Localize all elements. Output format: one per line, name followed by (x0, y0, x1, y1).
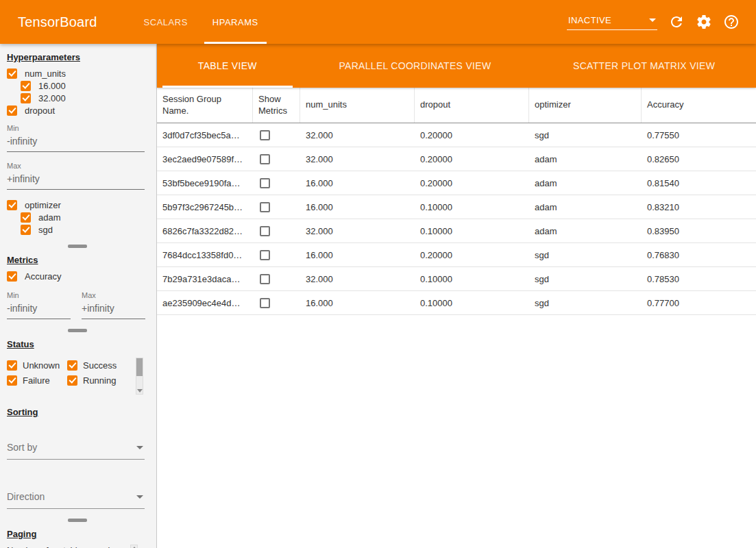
metric-max-label: Max (82, 291, 145, 299)
tab-table-view[interactable]: TABLE VIEW (157, 44, 298, 88)
checkbox-optimizer-sgd[interactable]: sgd (21, 224, 148, 235)
checkbox-icon (7, 375, 17, 386)
col-dropout[interactable]: dropout (415, 88, 529, 123)
cell-session-group-name: 6826c7fa3322d82… (157, 226, 253, 236)
checkbox-status-running[interactable]: Running (67, 375, 133, 386)
session-group-table: Session Group Name. Show Metrics num_uni… (157, 88, 756, 548)
checkbox-accuracy[interactable]: Accuracy (7, 271, 148, 282)
cell-dropout: 0.20000 (415, 250, 529, 260)
checkbox-dropout[interactable]: dropout (7, 105, 148, 116)
status-scrollbar[interactable] (136, 358, 143, 395)
dropout-min-input[interactable]: -infinity (7, 132, 145, 152)
cell-optimizer: sgd (529, 250, 642, 260)
app-title: TensorBoard (18, 14, 97, 30)
section-resize-handle[interactable] (68, 245, 87, 248)
cell-optimizer: adam (529, 202, 642, 212)
cell-accuracy: 0.77550 (642, 130, 756, 140)
show-metrics-checkbox[interactable] (260, 130, 270, 140)
dropout-max-input[interactable]: +infinity (7, 170, 145, 190)
show-metrics-checkbox[interactable] (260, 202, 270, 212)
tensorboard-app: TensorBoard SCALARS HPARAMS INACTIVE (0, 0, 756, 548)
metrics-section: Metrics Accuracy Min -infinity Max +infi… (7, 255, 148, 319)
show-metrics-checkbox[interactable] (260, 154, 270, 164)
checkbox-optimizer[interactable]: optimizer (7, 199, 148, 210)
show-metrics-checkbox[interactable] (260, 298, 270, 308)
table-row[interactable]: 5b97f3c2967245b… 16.000 0.10000 adam 0.8… (157, 195, 756, 219)
metric-min-label: Min (7, 291, 71, 299)
show-metrics-checkbox[interactable] (260, 226, 270, 236)
table-row[interactable]: 7b29a731e3daca… 32.000 0.10000 sgd 0.785… (157, 267, 756, 291)
table-row[interactable]: 6826c7fa3322d82… 32.000 0.10000 adam 0.8… (157, 219, 756, 243)
col-accuracy[interactable]: Accuracy (642, 88, 756, 123)
checkbox-status-unknown[interactable]: Unknown (7, 360, 67, 371)
col-session-group-name[interactable]: Session Group Name. (157, 88, 253, 123)
cell-dropout: 0.20000 (415, 154, 529, 164)
cell-dropout: 0.10000 (415, 202, 529, 212)
refresh-icon[interactable] (668, 14, 685, 30)
show-metrics-checkbox[interactable] (260, 274, 270, 284)
sort-by-select[interactable]: Sort by (7, 439, 145, 460)
checkbox-icon (21, 212, 31, 223)
table-row[interactable]: 7684dcc13358fd0… 16.000 0.20000 sgd 0.76… (157, 243, 756, 267)
cell-dropout: 0.10000 (415, 274, 529, 284)
show-metrics-checkbox[interactable] (260, 250, 270, 260)
paging-heading: Paging (7, 529, 148, 539)
cell-session-group-name: 7b29a731e3daca… (157, 274, 253, 284)
checkbox-icon (67, 360, 77, 371)
scroll-down-icon[interactable] (137, 389, 143, 393)
paging-scrollbar[interactable] (130, 545, 138, 548)
cell-accuracy: 0.76830 (642, 250, 756, 260)
chevron-down-icon (136, 446, 143, 449)
cell-accuracy: 0.82650 (642, 154, 756, 164)
section-resize-handle[interactable] (68, 329, 87, 332)
cell-accuracy: 0.83210 (642, 202, 756, 212)
checkbox-icon (21, 93, 31, 103)
checkbox-num-units[interactable]: num_units (7, 68, 148, 79)
cell-optimizer: adam (529, 226, 642, 236)
scrollbar-thumb[interactable] (136, 358, 143, 376)
checkbox-status-success[interactable]: Success (67, 360, 133, 371)
gear-icon[interactable] (696, 14, 712, 30)
table-header: Session Group Name. Show Metrics num_uni… (157, 88, 756, 123)
status-dropdown[interactable]: INACTIVE (567, 14, 657, 30)
checkbox-optimizer-adam[interactable]: adam (21, 212, 148, 223)
checkbox-icon (7, 105, 17, 116)
cell-accuracy: 0.83950 (642, 226, 756, 236)
checkbox-status-failure[interactable]: Failure (7, 375, 67, 386)
col-num-units[interactable]: num_units (300, 88, 415, 123)
checkbox-icon (21, 225, 31, 235)
cell-accuracy: 0.78530 (642, 274, 756, 284)
direction-select[interactable]: Direction (7, 488, 145, 509)
tab-parallel-coordinates-view[interactable]: PARALLEL COORDINATES VIEW (298, 44, 533, 88)
chevron-down-icon (649, 18, 656, 22)
cell-session-group-name: ae235909ec4e4d… (157, 298, 253, 308)
table-row[interactable]: 53bf5bece9190fa… 16.000 0.20000 adam 0.8… (157, 171, 756, 195)
cell-optimizer: sgd (529, 298, 642, 308)
section-resize-handle[interactable] (68, 519, 87, 522)
sorting-heading: Sorting (7, 407, 148, 417)
tab-scatter-plot-matrix-view[interactable]: SCATTER PLOT MATRIX VIEW (532, 44, 756, 88)
col-show-metrics[interactable]: Show Metrics (253, 88, 300, 123)
cell-accuracy: 0.81540 (642, 178, 756, 188)
paging-section: Paging Number of matching session groups… (7, 529, 148, 548)
metric-max-input[interactable]: +infinity (82, 299, 145, 319)
show-metrics-checkbox[interactable] (260, 178, 270, 188)
tab-scalars[interactable]: SCALARS (132, 0, 200, 44)
tab-hparams[interactable]: HPARAMS (200, 0, 271, 44)
metric-min-input[interactable]: -infinity (7, 299, 71, 319)
table-row[interactable]: 3ec2aed9e07589f… 32.000 0.20000 adam 0.8… (157, 147, 756, 171)
table-row[interactable]: 3df0d7cf35bec5a… 32.000 0.20000 sgd 0.77… (157, 123, 756, 147)
checkbox-num-units-32[interactable]: 32.000 (21, 92, 148, 103)
checkbox-num-units-16[interactable]: 16.000 (21, 80, 148, 91)
cell-num-units: 32.000 (300, 130, 415, 140)
cell-num-units: 16.000 (300, 202, 415, 212)
col-optimizer[interactable]: optimizer (529, 88, 642, 123)
main-layout: Hyperparameters num_units 16.000 32.000 (0, 44, 756, 548)
help-icon[interactable] (723, 14, 740, 30)
table-row[interactable]: ae235909ec4e4d… 16.000 0.10000 sgd 0.777… (157, 291, 756, 315)
checkbox-icon (21, 81, 31, 91)
cell-accuracy: 0.77700 (642, 298, 756, 308)
status-dropdown-value: INACTIVE (568, 15, 611, 25)
dropout-min-label: Min (7, 124, 148, 132)
view-tabs: TABLE VIEW PARALLEL COORDINATES VIEW SCA… (157, 44, 756, 88)
